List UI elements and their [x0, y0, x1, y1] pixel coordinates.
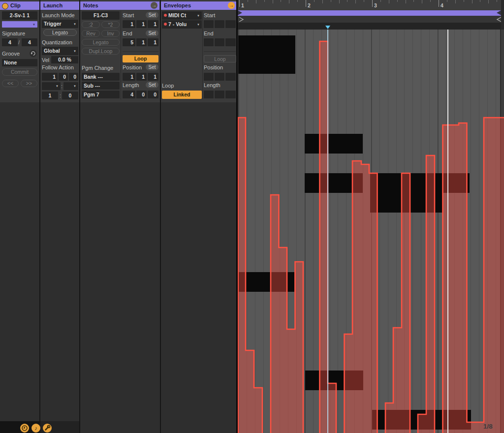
notes-legato-button[interactable]: Legato: [82, 39, 120, 46]
marker-lane[interactable]: [238, 23, 504, 30]
envelope-grid[interactable]: 1/8: [238, 30, 504, 433]
double-time-button[interactable]: *2: [101, 21, 120, 28]
invert-button[interactable]: Inv: [101, 30, 120, 37]
end-set-button[interactable]: Set: [146, 30, 158, 36]
envelope-length-beats[interactable]: [215, 91, 224, 98]
sub-tick: [480, 0, 480, 2]
clip-panel-header[interactable]: Clip: [0, 1, 39, 10]
clip-name-field[interactable]: 2-Sv-1 1: [2, 11, 37, 20]
envelopes-focus-icon[interactable]: →: [228, 2, 235, 9]
launch-legato-button[interactable]: Legato: [43, 29, 77, 36]
envelope-end-beats[interactable]: [215, 38, 224, 46]
groove-field[interactable]: None: [2, 59, 37, 66]
launch-mode-select[interactable]: Trigger ▼: [42, 20, 78, 28]
end-beats[interactable]: 1: [136, 38, 147, 46]
loop-start-handle-icon[interactable]: [238, 10, 242, 15]
reverse-button[interactable]: Rev: [82, 30, 100, 37]
envelope-linked-toggle[interactable]: Linked: [162, 91, 202, 99]
sub-tick: [273, 0, 273, 3]
end-sixteenths[interactable]: 1: [148, 38, 158, 46]
envelope-end-bars[interactable]: [204, 38, 214, 46]
length-sixteenths[interactable]: 0: [148, 91, 158, 98]
envelope-control-select[interactable]: 7 - Volu ▼: [162, 20, 202, 29]
sub-tick: [364, 0, 364, 2]
duplicate-loop-button[interactable]: Dupl.Loop: [82, 48, 120, 55]
envelope-start-beats[interactable]: [215, 20, 224, 28]
envelope-position-beats[interactable]: [215, 73, 224, 81]
envelope-position-bars[interactable]: [204, 73, 214, 81]
notes-focus-icon[interactable]: →: [151, 2, 158, 9]
length-set-button[interactable]: Set: [146, 82, 158, 88]
editor-right-gutter: [501, 0, 504, 30]
signature-denominator[interactable]: 4: [22, 38, 37, 46]
follow-time-sixteenths[interactable]: 0: [69, 73, 78, 81]
envelope-end-sixteenths[interactable]: [225, 38, 236, 46]
fold-range-field[interactable]: F1-C3: [82, 11, 120, 20]
bar-number: 2: [308, 2, 311, 8]
envelope-end-label: End: [204, 31, 214, 36]
end-bars[interactable]: 5: [123, 38, 135, 46]
groove-label: Groove: [2, 51, 20, 57]
launch-panel-toggle[interactable]: [20, 424, 29, 433]
follow-sep-1: :: [61, 83, 63, 89]
notes-panel-toggle[interactable]: ♪: [32, 424, 40, 433]
envelopes-panel-toggle[interactable]: [43, 424, 52, 433]
envelope-device-select[interactable]: MIDI Ct ▼: [162, 11, 202, 20]
position-sixteenths[interactable]: 1: [148, 73, 158, 81]
launch-panel-header[interactable]: Launch: [40, 1, 79, 10]
start-set-button[interactable]: Set: [146, 12, 158, 18]
sub-tick: [248, 0, 248, 2]
playhead-line: [447, 30, 448, 433]
nudge-forward-button[interactable]: >>: [21, 80, 37, 87]
envelopes-panel-header[interactable]: Envelopes: [161, 1, 236, 10]
envelope-length-bars[interactable]: [204, 91, 214, 98]
envelope-length-sixteenths[interactable]: [225, 91, 236, 98]
commit-button[interactable]: Commit: [2, 68, 37, 76]
zoom-scroll-strip[interactable]: [238, 16, 504, 23]
loop-toggle[interactable]: Loop: [123, 55, 158, 62]
envelopes-panel-title: Envelopes: [164, 2, 191, 8]
program-select[interactable]: Pgm 7: [82, 91, 120, 98]
end-label: End: [123, 31, 132, 36]
insert-marker-icon[interactable]: [325, 26, 330, 29]
notes-panel-header[interactable]: Notes: [80, 1, 159, 10]
groove-pool-icon[interactable]: [30, 50, 37, 57]
position-set-button[interactable]: Set: [146, 64, 158, 70]
scroll-left-arrow-icon[interactable]: [239, 17, 245, 22]
velocity-field[interactable]: 0.0 %: [51, 56, 78, 63]
loop-brace[interactable]: [238, 10, 504, 16]
follow-action-b-select[interactable]: ▼: [63, 82, 78, 90]
start-beats[interactable]: 1: [136, 20, 147, 28]
loop-end-handle-icon[interactable]: [497, 10, 501, 15]
position-bars[interactable]: 1: [123, 73, 135, 81]
start-bars[interactable]: 1: [123, 20, 135, 28]
signature-numerator[interactable]: 4: [2, 38, 18, 46]
sub-tick: [389, 0, 389, 3]
follow-chance-a[interactable]: 1: [42, 92, 58, 99]
envelope-step-path[interactable]: [238, 41, 504, 433]
follow-time-bars[interactable]: 1: [42, 73, 58, 81]
clip-color-chooser[interactable]: ▼: [2, 21, 37, 28]
sub-tick: [331, 0, 331, 2]
sub-bank-select[interactable]: Sub ---: [82, 82, 120, 90]
follow-chance-b[interactable]: 0: [62, 92, 78, 99]
sub-tick: [297, 0, 298, 2]
beat-time-ruler[interactable]: 1234: [238, 0, 504, 10]
quantization-select[interactable]: Global ▼: [42, 47, 78, 55]
envelope-start-sixteenths[interactable]: [225, 20, 236, 28]
halve-time-button[interactable]: :2: [82, 21, 100, 28]
envelope-start-bars[interactable]: [204, 20, 214, 28]
follow-time-beats[interactable]: 0: [59, 73, 68, 81]
start-sixteenths[interactable]: 1: [148, 20, 158, 28]
nudge-back-button[interactable]: <<: [2, 80, 19, 87]
length-beats[interactable]: 0: [136, 91, 147, 98]
follow-action-a-select[interactable]: ▼: [42, 82, 61, 90]
notes-divider: [123, 51, 158, 52]
envelope-loop-button[interactable]: Loop: [204, 55, 236, 62]
clip-activator-icon[interactable]: [2, 3, 8, 9]
bank-select[interactable]: Bank ---: [82, 73, 120, 81]
volume-envelope[interactable]: [238, 30, 504, 433]
envelope-position-sixteenths[interactable]: [225, 73, 236, 81]
length-bars[interactable]: 4: [123, 91, 135, 98]
position-beats[interactable]: 1: [136, 73, 147, 81]
